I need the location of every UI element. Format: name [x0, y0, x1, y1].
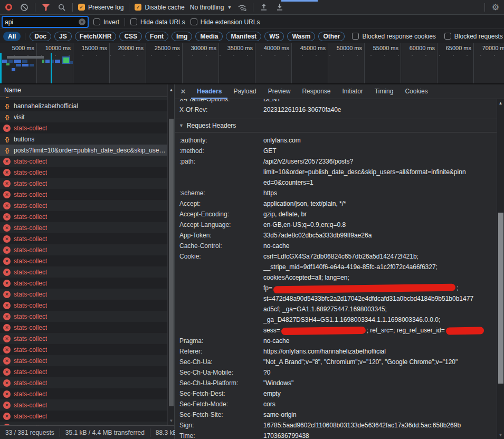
request-name: stats-collect — [14, 180, 47, 187]
hide-data-urls-checkbox[interactable] — [130, 18, 137, 25]
tab-response[interactable]: Response — [296, 84, 336, 99]
network-overview-timeline[interactable]: 5000 ms10000 ms15000 ms20000 ms25000 ms3… — [0, 43, 504, 84]
preserve-log-checkbox[interactable]: ✓ — [78, 4, 85, 11]
type-pill-font[interactable]: Font — [145, 32, 168, 41]
waterfall-bar — [42, 60, 44, 63]
request-row[interactable]: ✕stats-collect — [0, 156, 167, 167]
hide-extension-urls-checkbox[interactable] — [191, 18, 197, 25]
error-icon: ✕ — [3, 169, 11, 176]
close-details-icon[interactable]: ✕ — [175, 88, 191, 96]
type-pill-fetchxhr[interactable]: Fetch/XHR — [75, 32, 117, 41]
request-row[interactable]: ✕stats-collect — [0, 411, 167, 422]
tab-timing[interactable]: Timing — [369, 84, 400, 99]
invert-toggle[interactable]: Invert — [93, 18, 119, 26]
request-row[interactable]: ✕stats-collect — [0, 344, 167, 355]
request-row[interactable]: ✕stats-collect — [0, 289, 167, 300]
request-row[interactable]: ✕stats-collect — [0, 189, 167, 200]
request-row[interactable]: ✕stats-collect — [0, 300, 167, 311]
tab-preview[interactable]: Preview — [262, 84, 297, 99]
request-name: stats-collect — [14, 235, 47, 243]
request-headers-section-header[interactable]: ▼Request Headers — [175, 119, 497, 132]
request-row[interactable]: ✕stats-collect — [0, 388, 167, 399]
type-pill-manifest[interactable]: Manifest — [226, 32, 261, 41]
tab-cookies[interactable]: Cookies — [399, 84, 433, 99]
blocked-requests-label: Blocked requests — [454, 33, 503, 40]
disable-cache-checkbox[interactable]: ✓ — [135, 4, 141, 11]
request-row[interactable]: ✕stats-collect — [0, 122, 167, 133]
header-row: Sec-Ch-Ua:"Not_A Brand";v="8", "Chromium… — [175, 357, 497, 367]
request-row[interactable]: ✕stats-collect — [0, 366, 167, 377]
toolbar-divider — [253, 3, 253, 12]
request-row[interactable]: ✕stats-collect — [0, 311, 167, 322]
type-pill-all[interactable]: All — [3, 32, 21, 41]
waterfall-bar — [22, 60, 27, 63]
request-row[interactable]: ✕stats-collect — [0, 244, 167, 255]
request-row[interactable]: ✕stats-collect — [0, 377, 167, 388]
scroll-up-icon[interactable]: ▲ — [168, 88, 175, 92]
request-row[interactable]: ✕stats-collect — [0, 422, 167, 425]
waterfall-bar — [7, 56, 44, 59]
search-button[interactable] — [56, 2, 67, 13]
request-row[interactable]: ✕stats-collect — [0, 233, 167, 244]
filter-input[interactable] — [5, 18, 79, 26]
blocked-response-cookies-checkbox[interactable] — [352, 33, 359, 40]
request-row[interactable]: ✕stats-collect — [0, 222, 167, 233]
tab-headers[interactable]: Headers — [191, 84, 227, 99]
scroll-down-icon[interactable]: ▼ — [497, 433, 504, 437]
hide-data-urls-toggle[interactable]: Hide data URLs — [130, 18, 185, 26]
type-pill-wasm[interactable]: Wasm — [287, 32, 315, 41]
request-row[interactable]: ✕stats-collect — [0, 266, 167, 278]
export-har-button[interactable] — [259, 2, 269, 13]
headers-panel[interactable]: X-Frame-Options: DENY X-Of-Rev: 20231226… — [175, 99, 497, 439]
filter-input-box[interactable]: ✕ — [2, 16, 88, 27]
type-pill-other[interactable]: Other — [318, 32, 345, 41]
error-icon: ✕ — [3, 379, 11, 387]
type-pill-css[interactable]: CSS — [119, 32, 142, 41]
throttling-dropdown[interactable]: No throttling ▼ — [190, 4, 232, 11]
request-row[interactable]: ✕stats-collect — [0, 278, 167, 289]
request-row[interactable]: ✕stats-collect — [0, 167, 167, 178]
scroll-up-icon[interactable]: ▲ — [497, 101, 504, 106]
request-row[interactable]: ✕stats-collect — [0, 333, 167, 344]
request-row[interactable]: ✕stats-collect — [0, 200, 167, 211]
request-row[interactable]: {}hannahelizabethofficial — [0, 100, 167, 111]
import-har-button[interactable] — [274, 2, 285, 13]
type-pill-js[interactable]: JS — [54, 32, 72, 41]
filter-toggle-button[interactable] — [41, 2, 51, 13]
blocked-requests-checkbox[interactable] — [444, 33, 451, 40]
clear-network-log-button[interactable] — [19, 2, 30, 13]
settings-button[interactable]: ⚙ — [490, 2, 501, 13]
blocked-requests-toggle[interactable]: Blocked requests — [444, 33, 503, 40]
request-row[interactable]: ✕stats-collect — [0, 211, 167, 222]
tab-initiator[interactable]: Initiator — [336, 84, 368, 99]
type-pill-img[interactable]: Img — [172, 32, 192, 41]
type-pill-doc[interactable]: Doc — [30, 32, 51, 41]
request-row[interactable]: {}buttons — [0, 133, 167, 145]
scrollbar-thumb[interactable] — [169, 119, 174, 406]
request-row[interactable]: ✕stats-collect — [0, 399, 167, 411]
preserve-log-toggle[interactable]: ✓ Preserve log — [78, 4, 123, 11]
invert-checkbox[interactable] — [93, 18, 100, 25]
scrollbar-thumb[interactable] — [498, 213, 503, 384]
details-scrollbar[interactable]: ▲ ▼ — [497, 99, 504, 439]
request-row[interactable]: ✕stats-collect — [0, 355, 167, 366]
type-pill-media[interactable]: Media — [195, 32, 223, 41]
name-column-header[interactable]: Name — [0, 84, 174, 97]
request-list-scrollbar[interactable]: ▲ ▼ — [167, 84, 174, 425]
header-value: gzip, deflate, br — [263, 209, 497, 219]
scroll-down-icon[interactable]: ▼ — [168, 418, 175, 423]
blocked-response-cookies-toggle[interactable]: Blocked response cookies — [352, 33, 435, 40]
hide-extension-urls-toggle[interactable]: Hide extension URLs — [191, 18, 260, 26]
request-row[interactable]: {}visit — [0, 111, 167, 122]
network-conditions-button[interactable] — [237, 2, 248, 13]
request-row[interactable]: ✕stats-collect — [0, 322, 167, 333]
type-pill-ws[interactable]: WS — [264, 32, 284, 41]
record-network-log-button[interactable] — [3, 2, 14, 13]
error-icon: ✕ — [3, 235, 11, 243]
tab-payload[interactable]: Payload — [227, 84, 262, 99]
request-row[interactable]: ✕stats-collect — [0, 178, 167, 189]
clear-filter-icon[interactable]: ✕ — [79, 18, 85, 25]
disable-cache-toggle[interactable]: ✓ Disable cache — [135, 4, 184, 11]
request-row[interactable]: {}posts?limit=10&order=publish_date_desc… — [0, 145, 167, 156]
request-row[interactable]: ✕stats-collect — [0, 255, 167, 266]
